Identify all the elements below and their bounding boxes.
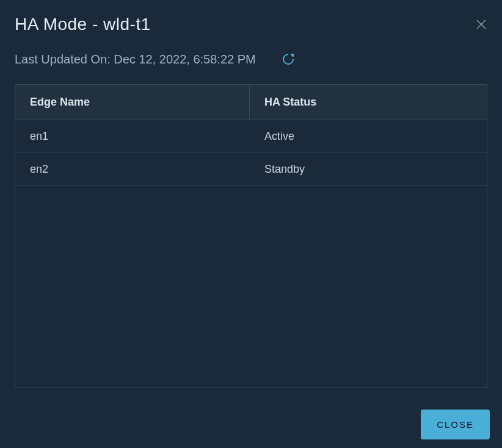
last-updated-row: Last Updated On: Dec 12, 2022, 6:58:22 P… — [15, 51, 487, 67]
refresh-icon[interactable] — [280, 51, 296, 67]
ha-status-table: Edge Name HA Status en1 Active en2 Stand… — [15, 84, 487, 388]
dialog-header: HA Mode - wld-t1 — [15, 15, 487, 34]
table-header-row: Edge Name HA Status — [15, 85, 487, 120]
table-row: en2 Standby — [15, 153, 487, 186]
dialog-footer: CLOSE — [421, 410, 490, 439]
column-header-ha-status: HA Status — [250, 85, 487, 120]
cell-edge-name: en2 — [15, 153, 250, 186]
column-header-edge-name: Edge Name — [15, 85, 250, 120]
cell-ha-status: Active — [250, 120, 487, 153]
close-icon[interactable] — [475, 18, 487, 31]
ha-mode-dialog: HA Mode - wld-t1 Last Updated On: Dec 12… — [0, 0, 502, 403]
cell-ha-status: Standby — [250, 153, 487, 186]
last-updated-text: Last Updated On: Dec 12, 2022, 6:58:22 P… — [15, 52, 256, 67]
table-row: en1 Active — [15, 120, 487, 153]
dialog-title: HA Mode - wld-t1 — [15, 15, 151, 34]
cell-edge-name: en1 — [15, 120, 250, 153]
close-button[interactable]: CLOSE — [421, 410, 490, 439]
table-body: en1 Active en2 Standby — [15, 120, 487, 388]
